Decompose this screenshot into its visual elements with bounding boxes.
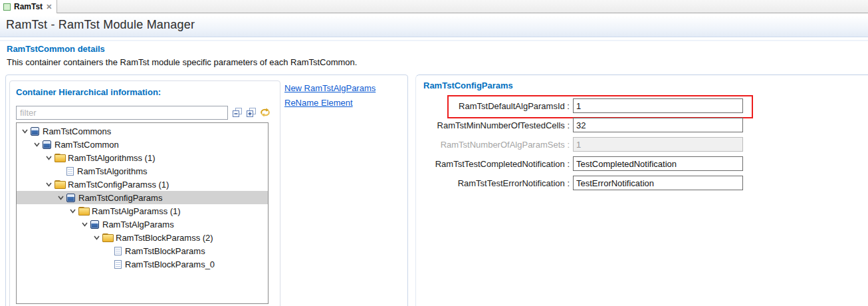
collapse-all-icon[interactable] (231, 106, 243, 118)
editor-tab-bar: RamTst ✕ (0, 0, 868, 13)
tree-row[interactable]: RamTstBlockParamss (2) (17, 231, 268, 244)
tree-row[interactable]: RamTstConfigParams (17, 191, 268, 204)
chevron-down-icon[interactable] (45, 154, 53, 162)
field-label: RamTstTestCompletedNotification : (415, 159, 573, 169)
page-title: RamTst - RamTst Module Manager (6, 18, 195, 32)
hierarchy-title: Container Hierarchical information: (16, 87, 161, 97)
node-icon (54, 154, 64, 162)
chevron-down-icon[interactable] (68, 208, 77, 215)
node-icon (114, 247, 122, 255)
node-icon (66, 194, 75, 202)
chevron-down-icon[interactable] (56, 194, 65, 202)
tree-row[interactable]: RamTstCommon (17, 138, 268, 151)
tree-label: RamTstConfigParams (78, 193, 166, 203)
field-label: RamTstNumberOfAlgParamSets : (415, 140, 573, 150)
tree-label: RamTstConfigParamss (1) (68, 180, 173, 190)
field-row: RamTstTestCompletedNotification : (415, 156, 788, 171)
node-icon (31, 127, 39, 136)
chevron-down-icon[interactable] (21, 128, 29, 135)
section-title: RamTstCommon details (7, 44, 105, 54)
node-icon (54, 180, 64, 189)
field-label: RamTstMinNumberOfTestedCells : (415, 120, 573, 130)
config-params-form: RamTstDefaultAlgParamsId : RamTstMinNumb… (415, 98, 788, 195)
link-with-editor-icon[interactable] (259, 106, 271, 118)
tree-row[interactable]: RamTstAlgParamss (1) (17, 204, 268, 218)
chevron-down-icon[interactable] (33, 141, 41, 148)
config-params-title: RamTstConfigParams (423, 80, 513, 90)
chevron-down-icon[interactable] (80, 221, 89, 228)
field-row: RamTstTestErrorNotification : (415, 176, 788, 190)
tree-toolbar (231, 106, 271, 118)
node-icon (43, 140, 51, 149)
module-icon (3, 3, 11, 11)
field-label: RamTstTestErrorNotification : (415, 178, 573, 188)
section-description: This container containers the RamTst mod… (7, 57, 357, 67)
tree-label: RamTstAlgParamss (1) (92, 206, 185, 216)
action-link[interactable]: ReName Element (284, 98, 353, 108)
tree-label: RamTstCommon (54, 140, 123, 150)
tree-label: RamTstAlgorithms (77, 166, 151, 176)
tab-ramtst[interactable]: RamTst ✕ (0, 0, 57, 13)
tree-label: RamTstAlgParams (102, 220, 178, 230)
tree: RamTstCommons RamTstCommon RamTstAlgorit… (16, 122, 269, 304)
filter-input[interactable] (16, 106, 228, 120)
field-input[interactable] (573, 98, 743, 113)
tree-label: RamTstBlockParams (125, 246, 209, 256)
section-separator (0, 40, 868, 41)
node-icon (114, 260, 122, 269)
field-input[interactable] (573, 137, 743, 152)
close-icon[interactable]: ✕ (46, 3, 52, 11)
field-row: RamTstDefaultAlgParamsId : (415, 98, 788, 113)
tree-row[interactable]: RamTstBlockParams_0 (17, 257, 268, 271)
chevron-down-icon[interactable] (45, 181, 53, 188)
action-link[interactable]: New RamTstAlgParams (284, 83, 376, 93)
tree-row[interactable]: RamTstAlgorithms (17, 164, 268, 178)
tree-label: RamTstAlgorithmss (1) (68, 153, 159, 163)
tree-row[interactable]: RamTstBlockParams (17, 244, 268, 257)
chevron-down-icon[interactable] (92, 234, 101, 241)
actions: New RamTstAlgParams ReName Element (284, 83, 376, 108)
tree-row[interactable]: RamTstConfigParamss (1) (17, 178, 268, 191)
field-row: RamTstNumberOfAlgParamSets : (415, 137, 788, 152)
field-row: RamTstMinNumberOfTestedCells : (415, 118, 788, 132)
node-icon (90, 220, 99, 229)
tree-row[interactable]: RamTstCommons (17, 124, 268, 138)
tree-label: RamTstBlockParams_0 (125, 259, 219, 269)
tree-row[interactable]: RamTstAlgorithmss (1) (17, 151, 268, 164)
expand-all-icon[interactable] (245, 106, 257, 118)
node-icon (78, 207, 88, 216)
node-icon (66, 167, 74, 176)
field-input[interactable] (573, 176, 743, 190)
field-input[interactable] (573, 156, 743, 171)
tree-label: RamTstCommons (43, 126, 115, 136)
tree-row[interactable]: RamTstAlgParams (17, 218, 268, 231)
node-icon (102, 233, 112, 242)
field-input[interactable] (573, 118, 743, 132)
tab-label: RamTst (14, 2, 43, 11)
tree-label: RamTstBlockParamss (2) (116, 233, 217, 243)
field-label: RamTstDefaultAlgParamsId : (415, 101, 573, 111)
